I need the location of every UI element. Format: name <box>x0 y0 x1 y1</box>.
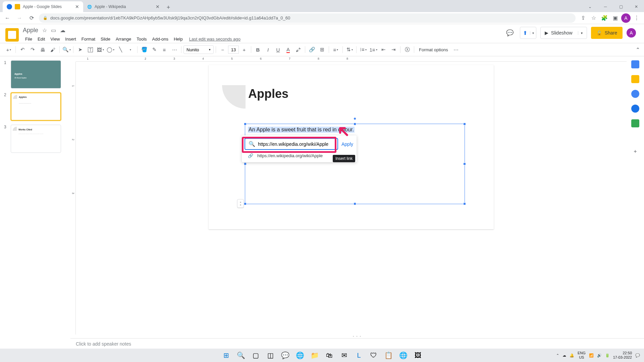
menu-view[interactable]: View <box>48 35 62 43</box>
clock[interactable]: 22:5017-03-2022 <box>613 351 632 360</box>
increase-indent-button[interactable]: ⇥ <box>389 45 398 54</box>
image-button[interactable]: 🖼 <box>96 45 105 54</box>
language-indicator[interactable]: ENGUS <box>578 351 586 360</box>
chat-button[interactable]: 💬 <box>278 349 292 362</box>
present-dropdown[interactable]: ⬆ ▾ <box>520 27 536 39</box>
zoom-button[interactable]: 🔍 <box>62 45 71 54</box>
document-title[interactable]: Apple <box>23 27 38 34</box>
shape-button[interactable]: ◯ <box>106 45 115 54</box>
slide-thumbnail-2[interactable]: Apples ───────────── <box>11 93 61 121</box>
highlight-button[interactable]: 🖍 <box>293 45 303 54</box>
selected-text-span[interactable]: An Apple is a sweet fruit that is red in… <box>248 127 355 133</box>
splitter-dots[interactable]: • • • <box>70 335 644 338</box>
undo-button[interactable]: ↶ <box>18 45 27 54</box>
print-button[interactable]: 🖶 <box>38 45 47 54</box>
vertical-ruler[interactable]: 1 2 3 <box>70 62 76 335</box>
horizontal-ruler[interactable]: 12 34 56 78 8 <box>76 56 627 62</box>
add-addon-button[interactable]: + <box>631 147 639 156</box>
profile-avatar[interactable]: A <box>621 13 631 23</box>
menu-format[interactable]: Format <box>79 35 98 43</box>
more-button[interactable]: ⋯ <box>451 45 461 54</box>
menu-arrange[interactable]: Arrange <box>113 35 133 43</box>
tasks-addon-icon[interactable] <box>631 90 639 98</box>
wifi-icon[interactable]: 📶 <box>589 353 594 358</box>
increase-font-button[interactable]: + <box>239 45 249 54</box>
edge-icon[interactable]: 🌐 <box>293 349 307 362</box>
collapse-toolbar-icon[interactable]: ⌃ <box>636 47 640 53</box>
resize-handle[interactable] <box>463 202 466 205</box>
mcafee-icon[interactable]: 🛡 <box>367 349 380 362</box>
resize-handle[interactable] <box>244 123 247 125</box>
menu-file[interactable]: File <box>23 35 35 43</box>
extensions-icon[interactable]: 🧩 <box>600 13 609 23</box>
widgets-button[interactable]: ◫ <box>264 349 277 362</box>
format-options-button[interactable]: Format options <box>416 47 451 52</box>
url-input[interactable]: 🔒 docs.google.com/presentation/d/1ebTKA9… <box>39 13 576 23</box>
menu-tools[interactable]: Tools <box>134 35 149 43</box>
photos-icon[interactable]: 🖼 <box>411 349 425 362</box>
cloud-status-icon[interactable]: ☁ <box>60 27 65 34</box>
numbered-list-button[interactable]: 1≡ <box>369 45 378 54</box>
line-spacing-button[interactable]: ⇅ <box>345 45 354 54</box>
office-icon[interactable]: 📋 <box>382 349 395 362</box>
slideshow-button[interactable]: ▶ Slideshow ▾ <box>540 27 587 39</box>
browser-tab-active[interactable]: Apple - Google Slides ✕ <box>3 1 83 12</box>
underline-button[interactable]: U <box>273 45 283 54</box>
menu-help[interactable]: Help <box>171 35 185 43</box>
maps-addon-icon[interactable] <box>631 119 639 127</box>
slide-canvas[interactable]: Apples An Apple is a sweet fruit that is… <box>209 65 494 229</box>
clear-format-button[interactable]: Ⓧ <box>402 45 412 54</box>
select-tool-button[interactable]: ➤ <box>75 45 85 54</box>
volume-icon[interactable]: 🔊 <box>597 353 602 358</box>
align-button[interactable]: ≡ <box>331 45 340 54</box>
start-button[interactable]: ⊞ <box>219 349 233 362</box>
move-icon[interactable]: ▭ <box>51 27 56 34</box>
textbox-button[interactable]: 🅃 <box>86 45 95 54</box>
decrease-font-button[interactable]: − <box>218 45 227 54</box>
store-icon[interactable]: 🛍 <box>323 349 336 362</box>
explorer-icon[interactable]: 📁 <box>308 349 321 362</box>
tab-search-icon[interactable]: ⌄ <box>582 1 598 12</box>
line-button[interactable]: ╲ <box>116 45 125 54</box>
forward-button[interactable]: → <box>15 13 24 23</box>
minimize-button[interactable]: ─ <box>598 1 613 12</box>
resize-handle[interactable] <box>463 163 466 165</box>
share-page-icon[interactable]: ⇪ <box>578 13 588 23</box>
line-dd-button[interactable]: ▾ <box>126 45 135 54</box>
resize-handle[interactable] <box>354 202 356 205</box>
rotate-handle[interactable] <box>354 117 356 120</box>
fill-color-button[interactable]: 🪣 <box>140 45 149 54</box>
mail-icon[interactable]: ✉ <box>337 349 351 362</box>
notification-icon[interactable]: 💬 <box>635 353 640 358</box>
resize-handle[interactable] <box>463 123 466 125</box>
task-view-button[interactable]: ▢ <box>249 349 262 362</box>
menu-addons[interactable]: Add-ons <box>150 35 171 43</box>
apply-button[interactable]: Apply <box>341 139 354 149</box>
app-icon[interactable]: L <box>352 349 366 362</box>
back-button[interactable]: ← <box>3 13 12 23</box>
close-tab-icon[interactable]: ✕ <box>156 4 160 9</box>
maximize-button[interactable]: ▢ <box>613 1 629 12</box>
battery-icon[interactable]: 🔋 <box>605 353 610 358</box>
comments-icon[interactable]: 💬 <box>504 27 516 39</box>
insert-comment-button[interactable]: ⊞ <box>317 45 327 54</box>
contacts-addon-icon[interactable] <box>631 105 639 113</box>
chrome-menu-icon[interactable]: ⋮ <box>632 13 641 23</box>
italic-button[interactable]: I <box>263 45 273 54</box>
border-color-button[interactable]: ✎ <box>150 45 159 54</box>
chevron-down-icon[interactable]: ▾ <box>578 31 583 35</box>
slide-thumbnail-1[interactable]: Apples All About Apples <box>11 60 61 88</box>
link-url-input[interactable] <box>258 141 334 147</box>
new-tab-button[interactable]: + <box>164 3 173 12</box>
font-family-select[interactable]: Nunito ▾ <box>183 45 214 54</box>
close-tab-icon[interactable]: ✕ <box>75 4 79 9</box>
keep-addon-icon[interactable] <box>631 75 639 83</box>
menu-slide[interactable]: Slide <box>98 35 113 43</box>
border-dash-button[interactable]: ⋯ <box>170 45 179 54</box>
account-avatar[interactable]: A <box>627 28 636 38</box>
reload-button[interactable]: ⟳ <box>27 13 36 23</box>
splitter-handle[interactable] <box>237 199 244 208</box>
link-search-box[interactable]: 🔍 <box>245 138 338 150</box>
border-weight-button[interactable]: ≡ <box>160 45 169 54</box>
bold-button[interactable]: B <box>253 45 263 54</box>
